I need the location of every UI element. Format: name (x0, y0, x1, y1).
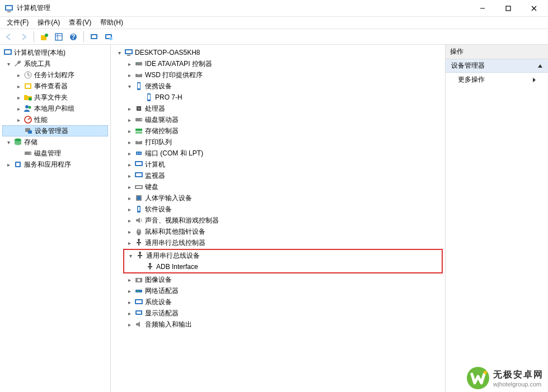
collapse-icon[interactable]: ▾ (4, 138, 12, 146)
svg-rect-86 (137, 311, 141, 314)
dev-ide[interactable]: ▸IDE ATA/ATAPI 控制器 (112, 58, 444, 69)
system-icon (134, 297, 143, 306)
expand-icon[interactable]: ▸ (125, 60, 133, 68)
left-tree[interactable]: 计算机管理(本地) ▾ 系统工具 ▸ 任务计划程序 ▸ 事件查看器 ▸ 共享文件… (0, 45, 111, 392)
usb-icon (146, 262, 154, 271)
actions-section[interactable]: 设备管理器 (446, 59, 548, 73)
tree-services-apps[interactable]: ▸ 服务和应用程序 (2, 159, 108, 170)
network-icon (134, 286, 143, 295)
actions-more[interactable]: 更多操作 (446, 73, 548, 87)
expand-icon[interactable]: ▸ (125, 172, 133, 180)
tree-performance[interactable]: ▸ 性能 (2, 114, 108, 125)
tree-shared-folders[interactable]: ▸ 共享文件夹 (2, 92, 108, 103)
expand-icon[interactable]: ▸ (125, 320, 133, 328)
expand-icon[interactable]: ▸ (125, 239, 133, 247)
tree-local-users[interactable]: ▸ 本地用户和组 (2, 103, 108, 114)
dev-computers[interactable]: ▸计算机 (112, 159, 444, 170)
dev-audio[interactable]: ▸音频输入和输出 (112, 319, 444, 330)
tree-root[interactable]: 计算机管理(本地) (2, 47, 108, 58)
scan-button[interactable] (87, 30, 101, 44)
dev-keyboards[interactable]: ▸键盘 (112, 181, 444, 192)
tree-storage[interactable]: ▾ 存储 (2, 136, 108, 148)
help-button[interactable]: ? (67, 30, 80, 44)
menubar: 文件(F) 操作(A) 查看(V) 帮助(H) (0, 17, 548, 29)
label: 网络适配器 (145, 286, 179, 296)
menu-file[interactable]: 文件(F) (2, 17, 33, 29)
dev-root[interactable]: ▾ DESKTOP-OAS5KH8 (112, 47, 444, 58)
minimize-button[interactable] (470, 0, 495, 17)
close-button[interactable] (521, 0, 547, 17)
expand-icon[interactable]: ▸ (125, 298, 133, 306)
expand-icon[interactable]: ▸ (125, 149, 133, 157)
expand-icon[interactable]: ▸ (125, 228, 133, 235)
collapse-icon[interactable]: ▾ (115, 49, 123, 56)
content: 计算机管理(本地) ▾ 系统工具 ▸ 任务计划程序 ▸ 事件查看器 ▸ 共享文件… (0, 45, 548, 392)
expand-icon[interactable]: ▸ (125, 183, 133, 191)
collapse-icon[interactable]: ▾ (125, 82, 133, 90)
expand-icon[interactable]: ▸ (125, 194, 133, 202)
dev-wsd[interactable]: ▸WSD 打印提供程序 (112, 69, 444, 81)
speaker-icon (134, 216, 143, 225)
back-button[interactable] (2, 30, 16, 44)
tree-task-scheduler[interactable]: ▸ 任务计划程序 (2, 69, 108, 81)
tree-system-tools[interactable]: ▾ 系统工具 (2, 58, 108, 69)
expand-icon[interactable]: ▸ (125, 205, 133, 213)
watermark: 无极安卓网 wjhotelgroup.com (466, 366, 544, 390)
collapse-icon[interactable]: ▾ (127, 252, 134, 259)
expand-icon[interactable]: ▸ (125, 127, 133, 135)
dev-disk-drives[interactable]: ▸磁盘驱动器 (112, 114, 444, 125)
dev-print-queues[interactable]: ▸打印队列 (112, 136, 444, 148)
dev-monitors[interactable]: ▸监视器 (112, 170, 444, 181)
forward-button[interactable] (17, 30, 30, 44)
label: 系统工具 (24, 59, 51, 69)
label: WSD 打印提供程序 (145, 70, 203, 80)
menu-view[interactable]: 查看(V) (64, 17, 96, 29)
printer-icon (134, 70, 143, 79)
expand-icon[interactable]: ▸ (125, 138, 133, 146)
expand-icon[interactable]: ▸ (15, 71, 22, 79)
dev-display[interactable]: ▸显示适配器 (112, 308, 444, 319)
expand-icon[interactable]: ▸ (125, 105, 133, 112)
dev-usb-devices[interactable]: ▾通用串行总线设备 (124, 250, 442, 261)
dev-mice[interactable]: ▸鼠标和其他指针设备 (112, 226, 444, 237)
dev-system[interactable]: ▸系统设备 (112, 296, 444, 308)
dev-ports[interactable]: ▸端口 (COM 和 LPT) (112, 148, 444, 159)
computer-mgmt-icon (3, 48, 12, 57)
label: 通用串行总线控制器 (145, 238, 205, 248)
dev-hid[interactable]: ▸人体学输入设备 (112, 192, 444, 204)
expand-icon[interactable]: ▸ (15, 93, 22, 101)
expand-icon[interactable]: ▸ (125, 160, 133, 168)
properties-button[interactable] (102, 30, 115, 44)
expand-icon[interactable]: ▸ (125, 287, 133, 295)
dev-network[interactable]: ▸网络适配器 (112, 285, 444, 296)
label: PRO 7-H (155, 93, 182, 101)
expand-icon[interactable]: ▸ (15, 105, 22, 112)
expand-icon[interactable]: ▸ (125, 309, 133, 317)
expand-icon[interactable]: ▸ (125, 71, 133, 79)
dev-adb[interactable]: ADB Interface (124, 261, 442, 272)
dev-pro7h[interactable]: PRO 7-H (112, 92, 444, 103)
dev-imaging[interactable]: ▸图像设备 (112, 274, 444, 285)
dev-processors[interactable]: ▸处理器 (112, 103, 444, 114)
maximize-button[interactable] (495, 0, 521, 17)
tree-event-viewer[interactable]: ▸ 事件查看器 (2, 81, 108, 92)
dev-usb-ctrl[interactable]: ▸通用串行总线控制器 (112, 237, 444, 248)
expand-icon[interactable]: ▸ (15, 82, 22, 90)
tree-disk-management[interactable]: 磁盘管理 (2, 148, 108, 159)
expand-icon[interactable]: ▸ (125, 216, 133, 224)
dev-sound[interactable]: ▸声音、视频和游戏控制器 (112, 215, 444, 226)
collapse-icon[interactable]: ▾ (4, 60, 12, 68)
show-hidden-button[interactable] (52, 30, 65, 44)
menu-help[interactable]: 帮助(H) (96, 17, 128, 29)
dev-software[interactable]: ▸软件设备 (112, 204, 444, 215)
expand-icon[interactable]: ▸ (4, 160, 12, 168)
device-tree[interactable]: ▾ DESKTOP-OAS5KH8 ▸IDE ATA/ATAPI 控制器 ▸WS… (111, 45, 446, 392)
menu-action[interactable]: 操作(A) (33, 17, 64, 29)
add-hardware-button[interactable] (38, 30, 51, 44)
dev-portable[interactable]: ▾便携设备 (112, 81, 444, 92)
expand-icon[interactable]: ▸ (125, 116, 133, 124)
expand-icon[interactable]: ▸ (15, 116, 22, 124)
dev-storage-ctrl[interactable]: ▸存储控制器 (112, 125, 444, 136)
tree-device-manager[interactable]: 设备管理器 (2, 125, 108, 136)
expand-icon[interactable]: ▸ (125, 276, 133, 284)
